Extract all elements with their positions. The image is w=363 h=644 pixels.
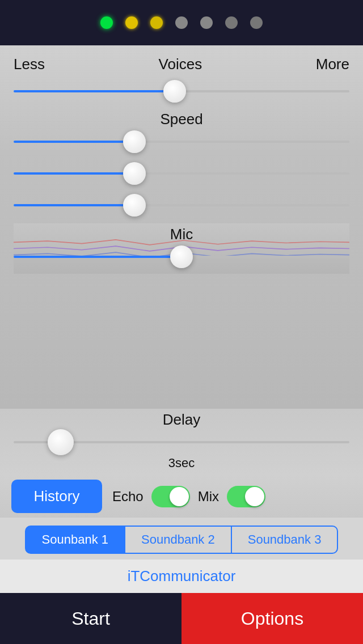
delay-label: Delay bbox=[14, 411, 349, 429]
voices-label-row: Less Voices More bbox=[0, 51, 363, 75]
top-bar bbox=[0, 0, 363, 45]
soundbank-3-button[interactable]: Soundbank 3 bbox=[232, 526, 339, 554]
slider3-fill bbox=[14, 172, 134, 175]
dot-gray-1[interactable] bbox=[175, 16, 188, 29]
slider4-thumb[interactable] bbox=[123, 194, 146, 217]
dot-green[interactable] bbox=[100, 16, 113, 29]
delay-value: 3sec bbox=[14, 456, 349, 471]
speed-thumb[interactable] bbox=[123, 130, 146, 153]
delay-controls: Delay 3sec bbox=[0, 409, 363, 475]
delay-thumb[interactable] bbox=[48, 429, 74, 455]
echo-label: Echo bbox=[112, 489, 143, 505]
voices-fill bbox=[14, 90, 175, 92]
speed-slider[interactable] bbox=[14, 129, 349, 154]
voices-thumb[interactable] bbox=[163, 80, 186, 103]
main-content: Less Voices More Speed bbox=[0, 45, 363, 409]
start-button[interactable]: Start bbox=[0, 593, 182, 644]
dot-gray-4[interactable] bbox=[250, 16, 263, 29]
soundbank-row: Sounbank 1 Soundbank 2 Soundbank 3 bbox=[0, 518, 363, 560]
history-button[interactable]: History bbox=[11, 480, 102, 513]
slider4-wrap bbox=[0, 189, 363, 221]
dot-gray-2[interactable] bbox=[200, 16, 213, 29]
delay-section: Delay 3sec History Echo Mix bbox=[0, 409, 363, 518]
more-label: More bbox=[316, 56, 349, 73]
soundbank-2-button[interactable]: Soundbank 2 bbox=[125, 526, 232, 554]
less-label: Less bbox=[14, 56, 45, 73]
voices-label: Voices bbox=[159, 56, 202, 73]
echo-toggle[interactable] bbox=[151, 486, 190, 507]
controls-area: Less Voices More Speed bbox=[0, 51, 363, 403]
dot-gray-3[interactable] bbox=[225, 16, 238, 29]
slider4-track bbox=[14, 204, 349, 206]
speed-fill bbox=[14, 141, 134, 143]
app-name: iTCommunicator bbox=[0, 560, 363, 593]
mic-label: Mic bbox=[14, 226, 349, 243]
speed-track bbox=[14, 141, 349, 143]
voices-slider[interactable] bbox=[14, 79, 349, 104]
slider3-thumb[interactable] bbox=[123, 162, 146, 185]
mix-label: Mix bbox=[198, 489, 219, 505]
delay-slider[interactable] bbox=[14, 430, 349, 455]
options-button[interactable]: Options bbox=[182, 593, 363, 644]
soundbank-1-button[interactable]: Sounbank 1 bbox=[25, 526, 125, 554]
echo-mix-group: Echo Mix bbox=[112, 486, 352, 507]
dot-yellow-2[interactable] bbox=[150, 16, 163, 29]
slider4-fill bbox=[14, 204, 134, 206]
mic-fill bbox=[14, 256, 182, 258]
controls-row: History Echo Mix bbox=[0, 475, 363, 518]
slider4[interactable] bbox=[14, 193, 349, 218]
voices-slider-wrap bbox=[0, 75, 363, 107]
mic-bg: Mic bbox=[14, 223, 349, 274]
slider3-wrap bbox=[0, 158, 363, 189]
speed-slider-wrap: Speed bbox=[0, 107, 363, 158]
slider3[interactable] bbox=[14, 161, 349, 186]
mic-slider[interactable] bbox=[14, 244, 349, 269]
mic-section: Mic bbox=[0, 223, 363, 274]
mic-thumb[interactable] bbox=[170, 245, 193, 268]
dot-yellow-1[interactable] bbox=[125, 16, 138, 29]
slider3-track bbox=[14, 172, 349, 175]
mix-toggle[interactable] bbox=[227, 486, 265, 507]
speed-label: Speed bbox=[160, 111, 202, 128]
bottom-buttons: Start Options bbox=[0, 593, 363, 644]
